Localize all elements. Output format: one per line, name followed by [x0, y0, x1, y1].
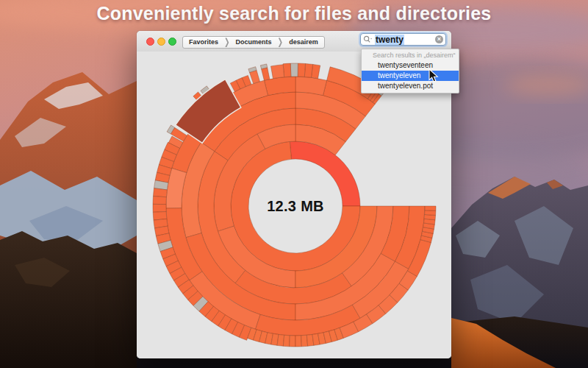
chevron-right-icon: ❯ — [278, 35, 284, 50]
search-input[interactable]: twenty × — [360, 33, 446, 46]
sunburst-segment[interactable] — [249, 70, 259, 83]
close-button[interactable] — [146, 38, 154, 46]
sunburst-segment[interactable] — [304, 63, 312, 77]
caption-banner: Conveniently search for files and direct… — [0, 3, 588, 24]
chevron-down-icon — [370, 38, 372, 40]
search-result-item[interactable]: twentyseventeen — [362, 60, 459, 71]
sunburst-segment[interactable] — [153, 204, 166, 212]
sunburst-segment[interactable] — [262, 68, 270, 80]
sunburst-segment[interactable] — [425, 210, 436, 216]
traffic-lights — [146, 38, 176, 46]
sunburst-segment[interactable] — [283, 335, 290, 346]
search-result-item[interactable]: twentyeleven.pot — [362, 81, 459, 91]
total-size-label: 12.3 MB — [267, 198, 324, 215]
breadcrumb-item-favorites[interactable]: Favorites — [183, 37, 224, 48]
sunburst-segment[interactable] — [295, 336, 301, 347]
breadcrumb-item-desairem[interactable]: desairem — [283, 37, 324, 48]
zoom-button[interactable] — [168, 38, 176, 46]
sunburst-segment[interactable] — [298, 63, 305, 77]
window-content: 12.3 MB — [137, 52, 451, 358]
sunburst-segment[interactable] — [290, 63, 298, 77]
left-foreground-rocks — [0, 231, 137, 368]
mouse-cursor-icon — [429, 68, 439, 83]
sunburst-segment[interactable] — [425, 206, 436, 210]
breadcrumb-item-documents[interactable]: Documents — [230, 37, 278, 48]
clear-search-icon[interactable]: × — [435, 35, 443, 43]
sunburst-segment[interactable] — [290, 336, 295, 347]
breadcrumb: Favorites ❯ Documents ❯ desairem — [182, 36, 325, 49]
search-icon — [363, 35, 373, 43]
minimize-button[interactable] — [157, 38, 165, 46]
search-results-dropdown: Search results in „desairem“ twentyseven… — [361, 49, 459, 93]
search-result-item-selected[interactable]: twentyeleven — [362, 71, 459, 81]
sunburst-segment[interactable] — [290, 141, 360, 206]
chevron-right-icon: ❯ — [224, 35, 230, 50]
sunburst-segment[interactable] — [153, 188, 167, 197]
sunburst-segment[interactable] — [270, 65, 284, 79]
search-text-selected: twenty — [375, 35, 404, 45]
sunburst-segment[interactable] — [153, 197, 166, 205]
search-results-header: Search results in „desairem“ — [362, 51, 459, 60]
